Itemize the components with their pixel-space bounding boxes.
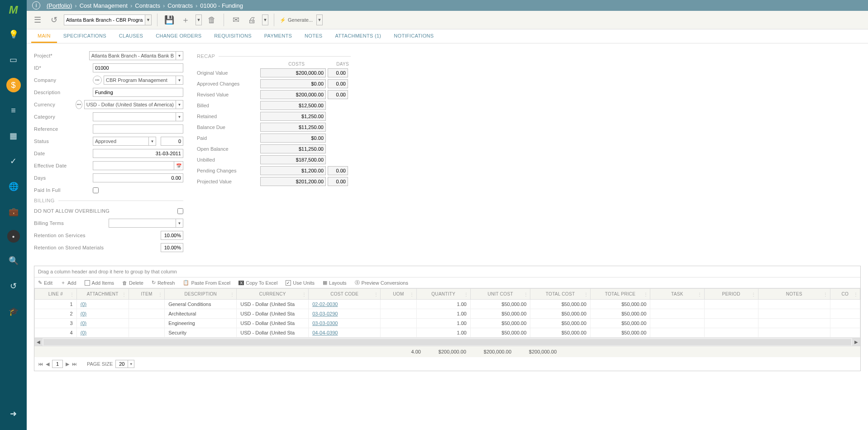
grid-column-header[interactable]: CO⋮ — [830, 289, 860, 300]
grid-row[interactable]: 4 (0) Security USD - Dollar (United Sta … — [35, 328, 860, 338]
grid-copy-button[interactable]: XCopy To Excel — [238, 280, 277, 286]
column-menu-icon[interactable]: ⋮ — [158, 291, 162, 296]
grid-column-header[interactable]: CURRENCY⋮ — [237, 289, 309, 300]
calendar-icon[interactable]: 📅 — [174, 161, 183, 170]
paid-in-full-checkbox[interactable] — [93, 187, 99, 193]
grid-row[interactable]: 1 (0) General Conditions USD - Dollar (U… — [35, 300, 860, 309]
project-selector[interactable] — [64, 14, 145, 25]
grid-layouts-button[interactable]: ▦Layouts — [323, 280, 347, 286]
add-dropdown[interactable]: ▼ — [196, 14, 202, 25]
project-field[interactable]: Atlanta Bank Branch - Atlanta Bank B▼ — [89, 51, 183, 60]
cell-attachment[interactable]: (0) — [76, 319, 129, 328]
currency-field[interactable]: USD - Dollar (United States of America)▼ — [84, 100, 183, 109]
days-field[interactable] — [93, 173, 183, 182]
overbilling-checkbox[interactable] — [177, 208, 183, 214]
generate-button[interactable]: ⚡ Generate... ▼ — [280, 14, 323, 25]
billing-terms-field[interactable]: ▼ — [109, 219, 183, 228]
print-dropdown[interactable]: ▼ — [262, 14, 268, 25]
ret-services-field[interactable] — [161, 231, 183, 240]
tab-attachments[interactable]: ATTACHMENTS (1) — [329, 29, 387, 43]
grid-column-header[interactable]: TOTAL PRICE⋮ — [590, 289, 650, 300]
reference-field[interactable] — [93, 124, 183, 134]
grid-column-header[interactable]: TASK⋮ — [650, 289, 704, 300]
grid-horizontal-scrollbar[interactable]: ◀ ▶ — [34, 338, 860, 346]
generate-dropdown[interactable]: ▼ — [316, 14, 323, 25]
menu-icon[interactable]: ☰ — [31, 14, 44, 26]
graduation-icon[interactable]: 🎓 — [6, 304, 21, 319]
grid-add-items-button[interactable]: Add Items — [85, 280, 114, 286]
tab-clauses[interactable]: CLAUSES — [113, 29, 149, 43]
description-field[interactable] — [93, 88, 183, 97]
pager-prev-icon[interactable]: ◀ — [46, 361, 49, 367]
history-rail-icon[interactable]: ↺ — [6, 279, 21, 293]
pager-last-icon[interactable]: ⏭ — [72, 361, 77, 367]
grid-group-hint[interactable]: Drag a column header and drop it here to… — [34, 266, 860, 277]
column-menu-icon[interactable]: ⋮ — [854, 291, 858, 296]
add-icon[interactable]: ＋ — [179, 14, 192, 26]
grid-paste-button[interactable]: 📋Paste From Excel — [183, 280, 230, 286]
globe-icon[interactable]: 🌐 — [6, 179, 21, 194]
column-menu-icon[interactable]: ⋮ — [584, 291, 588, 296]
cell-cost-code[interactable]: 02-02-0030 — [309, 300, 381, 309]
grid-column-header[interactable]: ITEM⋮ — [129, 289, 164, 300]
breadcrumb-portfolio[interactable]: (Portfolio) — [47, 2, 72, 9]
column-menu-icon[interactable]: ⋮ — [374, 291, 378, 296]
grid-add-button[interactable]: ＋Add — [61, 279, 76, 286]
scroll-left-arrow[interactable]: ◀ — [34, 338, 43, 346]
tab-requisitions[interactable]: REQUISITIONS — [208, 29, 258, 43]
grid-column-header[interactable]: PERIOD⋮ — [704, 289, 758, 300]
column-menu-icon[interactable]: ⋮ — [644, 291, 648, 296]
column-menu-icon[interactable]: ⋮ — [230, 291, 234, 296]
document-icon[interactable]: ▭ — [6, 53, 21, 67]
cell-cost-code[interactable]: 03-03-0300 — [309, 319, 381, 328]
grid-column-header[interactable]: TOTAL COST⋮ — [530, 289, 590, 300]
logout-icon[interactable]: ➜ — [6, 406, 21, 421]
delete-icon[interactable]: 🗑 — [205, 14, 218, 26]
grid-column-header[interactable]: LINE #⋮ — [35, 289, 77, 300]
column-menu-icon[interactable]: ⋮ — [464, 291, 468, 296]
company-field[interactable]: CBR Program Management▼ — [104, 76, 183, 85]
column-menu-icon[interactable]: ⋮ — [302, 291, 306, 296]
column-menu-icon[interactable]: ⋮ — [70, 291, 74, 296]
grid-use-units-toggle[interactable]: Use Units — [286, 280, 315, 286]
column-menu-icon[interactable]: ⋮ — [697, 291, 702, 296]
category-field[interactable]: ▼ — [93, 112, 183, 121]
effective-date-field[interactable] — [93, 161, 174, 170]
grid-edit-button[interactable]: ✎Edit — [38, 280, 52, 286]
list-icon[interactable]: ≡ — [6, 103, 21, 118]
status-num-field[interactable] — [161, 137, 183, 146]
project-selector-arrow[interactable]: ▼ — [145, 14, 152, 25]
currency-lookup-icon[interactable]: ••• — [76, 100, 82, 109]
cell-cost-code[interactable]: 04-04-0390 — [309, 328, 381, 338]
grid-preview-button[interactable]: ⓢPreview Conversions — [355, 279, 408, 286]
grid-column-header[interactable]: DESCRIPTION⋮ — [165, 289, 237, 300]
cell-cost-code[interactable]: 03-03-0290 — [309, 309, 381, 319]
cell-attachment[interactable]: (0) — [76, 300, 129, 309]
grid-column-header[interactable]: COST CODE⋮ — [309, 289, 381, 300]
page-size-input[interactable] — [115, 360, 128, 368]
column-menu-icon[interactable]: ⋮ — [524, 291, 528, 296]
grid-row[interactable]: 3 (0) Engineering USD - Dollar (United S… — [35, 319, 860, 328]
info-icon[interactable]: i — [32, 1, 40, 10]
grid-delete-button[interactable]: 🗑Delete — [122, 280, 143, 286]
cell-attachment[interactable]: (0) — [76, 309, 129, 319]
company-lookup-icon[interactable]: ••• — [93, 76, 102, 85]
grid-column-header[interactable]: NOTES⋮ — [758, 289, 830, 300]
ret-materials-field[interactable] — [161, 243, 183, 252]
search-icon[interactable]: 🔍 — [6, 253, 21, 268]
dollar-icon[interactable]: $ — [6, 78, 21, 92]
scroll-right-arrow[interactable]: ▶ — [852, 338, 860, 346]
column-menu-icon[interactable]: ⋮ — [410, 291, 414, 296]
column-menu-icon[interactable]: ⋮ — [122, 291, 126, 296]
cell-attachment[interactable]: (0) — [76, 328, 129, 338]
history-icon[interactable]: ↺ — [48, 14, 60, 26]
save-icon[interactable]: 💾 — [163, 14, 176, 26]
tab-specifications[interactable]: SPECIFICATIONS — [57, 29, 113, 43]
tab-notifications[interactable]: NOTIFICATIONS — [387, 29, 440, 43]
tab-main[interactable]: MAIN — [31, 29, 57, 43]
column-menu-icon[interactable]: ⋮ — [823, 291, 828, 296]
page-size-arrow[interactable]: ▼ — [128, 360, 134, 368]
print-icon[interactable]: 🖨 — [246, 14, 258, 26]
id-field[interactable] — [93, 63, 183, 72]
date-field[interactable] — [93, 149, 183, 158]
